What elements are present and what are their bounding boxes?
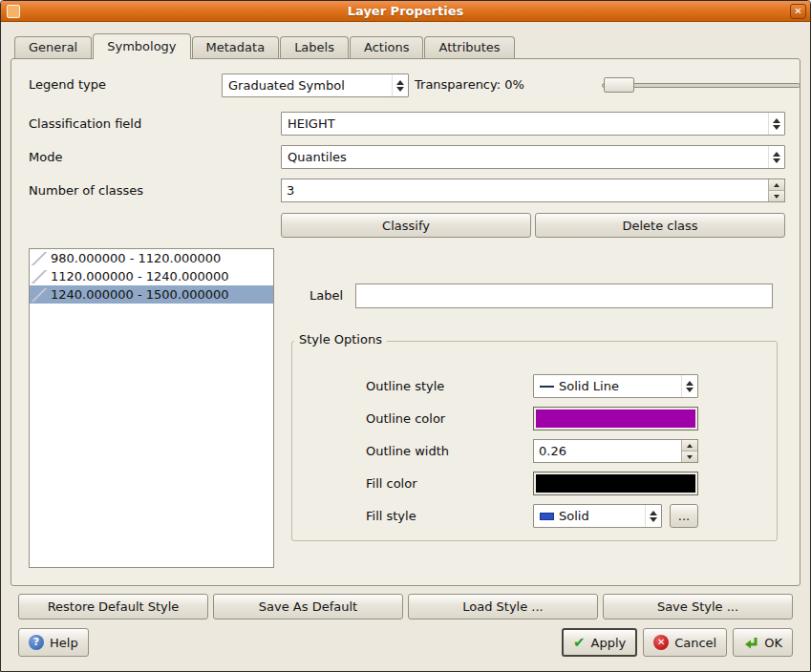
fill-style-label: Fill style — [366, 509, 416, 523]
class-list-item[interactable]: 1120.000000 - 1240.000000 — [30, 267, 273, 285]
fill-style-value: Solid — [559, 509, 589, 523]
delete-class-button[interactable]: Delete class — [535, 213, 785, 238]
help-icon: ? — [29, 635, 44, 650]
combo-arrows-icon — [768, 113, 784, 135]
save-style-button[interactable]: Save Style ... — [603, 594, 793, 620]
fill-color-swatch — [536, 474, 695, 493]
save-as-default-button[interactable]: Save As Default — [213, 594, 403, 620]
class-range-label: 1240.000000 - 1500.000000 — [51, 287, 229, 302]
class-range-label: 980.000000 - 1120.000000 — [51, 251, 221, 265]
ok-return-arrow-icon — [743, 635, 758, 650]
load-style-button[interactable]: Load Style ... — [408, 594, 598, 620]
outline-color-label: Outline color — [366, 411, 445, 426]
spinner-buttons — [681, 440, 697, 462]
class-list-item[interactable]: 980.000000 - 1120.000000 — [30, 249, 273, 267]
triangle-up-icon — [773, 118, 780, 123]
fill-style-select[interactable]: Solid — [533, 504, 662, 528]
close-icon: ✕ — [794, 6, 801, 16]
triangle-up-icon — [687, 444, 693, 448]
outline-width-label: Outline width — [366, 444, 449, 458]
restore-default-style-button[interactable]: Restore Default Style — [18, 594, 208, 620]
fill-color-label: Fill color — [366, 476, 417, 491]
mode-select[interactable]: Quantiles — [281, 145, 785, 169]
class-symbol-icon — [32, 270, 47, 284]
slider-handle[interactable] — [604, 77, 634, 93]
tab-metadata[interactable]: Metadata — [192, 36, 280, 58]
cancel-button[interactable]: ✕ Cancel — [643, 628, 727, 657]
close-button[interactable]: ✕ — [790, 4, 806, 19]
titlebar[interactable]: Layer Properties ✕ — [1, 1, 810, 22]
cancel-icon: ✕ — [653, 635, 669, 650]
outline-style-value: Solid Line — [559, 379, 619, 393]
fill-color-button[interactable] — [533, 472, 698, 495]
number-of-classes-spinner[interactable] — [281, 178, 785, 202]
classification-field-label: Classification field — [29, 116, 141, 131]
solid-line-preview-icon — [540, 386, 554, 388]
class-symbol-icon — [32, 252, 47, 265]
fill-style-swatch-icon — [540, 513, 554, 520]
triangle-down-icon — [773, 158, 780, 163]
mode-value: Quantiles — [288, 150, 347, 164]
tab-bar: General Symbology Metadata Labels Action… — [1, 34, 810, 58]
class-list[interactable]: 980.000000 - 1120.000000 1120.000000 - 1… — [29, 248, 274, 568]
triangle-up-icon — [686, 381, 694, 386]
class-range-label: 1120.000000 - 1240.000000 — [51, 269, 229, 284]
triangle-up-icon — [774, 183, 779, 187]
spin-up-button[interactable] — [769, 179, 784, 190]
label-input[interactable] — [355, 284, 773, 308]
footer: ? Help ✔ Apply ✕ Cancel OK — [18, 628, 793, 657]
legend-type-value: Graduated Symbol — [228, 78, 345, 93]
outline-color-swatch — [536, 410, 695, 428]
label-field-label: Label — [309, 288, 343, 303]
help-label: Help — [50, 636, 78, 650]
triangle-up-icon — [773, 152, 780, 157]
ok-label: OK — [764, 636, 782, 650]
classification-field-select[interactable]: HEIGHT — [281, 112, 785, 136]
style-options-group: Style Options Outline style Solid Line O… — [291, 341, 778, 541]
outline-width-input[interactable] — [534, 440, 681, 462]
fill-style-more-button[interactable]: ... — [670, 504, 698, 528]
tab-symbology[interactable]: Symbology — [93, 33, 190, 59]
ok-button[interactable]: OK — [733, 628, 793, 657]
triangle-down-icon — [773, 125, 780, 130]
tab-labels[interactable]: Labels — [280, 36, 349, 58]
spin-down-button[interactable] — [769, 190, 784, 201]
style-buttons-row: Restore Default Style Save As Default Lo… — [18, 594, 793, 620]
number-of-classes-input[interactable] — [282, 179, 768, 201]
cancel-label: Cancel — [674, 636, 716, 650]
tab-attributes[interactable]: Attributes — [424, 36, 514, 58]
apply-button[interactable]: ✔ Apply — [562, 628, 637, 657]
triangle-down-icon — [396, 87, 404, 92]
transparency-label: Transparency: 0% — [415, 77, 524, 92]
symbology-panel: Legend type Graduated Symbol Transparenc… — [11, 58, 800, 586]
tab-general[interactable]: General — [14, 36, 92, 58]
combo-arrows-icon — [768, 146, 784, 168]
apply-check-icon: ✔ — [573, 636, 586, 650]
spin-down-button[interactable] — [682, 451, 697, 462]
triangle-down-icon — [650, 517, 657, 522]
triangle-up-icon — [396, 80, 404, 85]
spin-up-button[interactable] — [682, 440, 697, 451]
class-list-item-selected[interactable]: 1240.000000 - 1500.000000 — [30, 285, 273, 304]
layer-properties-window: Layer Properties ✕ General Symbology Met… — [0, 0, 811, 672]
triangle-down-icon — [774, 195, 779, 199]
combo-arrows-icon — [392, 74, 408, 96]
window-title: Layer Properties — [1, 4, 810, 18]
triangle-up-icon — [650, 511, 657, 515]
classification-field-value: HEIGHT — [288, 116, 335, 131]
classify-button[interactable]: Classify — [281, 213, 531, 238]
triangle-down-icon — [686, 388, 694, 392]
help-button[interactable]: ? Help — [18, 628, 89, 657]
mode-label: Mode — [29, 150, 62, 164]
style-options-title: Style Options — [294, 332, 387, 346]
legend-type-select[interactable]: Graduated Symbol — [222, 74, 409, 97]
outline-style-label: Outline style — [366, 379, 444, 393]
combo-arrows-icon — [681, 375, 697, 397]
outline-style-select[interactable]: Solid Line — [533, 374, 698, 398]
number-of-classes-label: Number of classes — [29, 183, 143, 198]
tab-actions[interactable]: Actions — [350, 36, 424, 58]
transparency-slider[interactable] — [602, 76, 800, 94]
class-symbol-icon — [32, 288, 47, 302]
outline-width-spinner[interactable] — [533, 439, 698, 463]
outline-color-button[interactable] — [533, 407, 698, 430]
